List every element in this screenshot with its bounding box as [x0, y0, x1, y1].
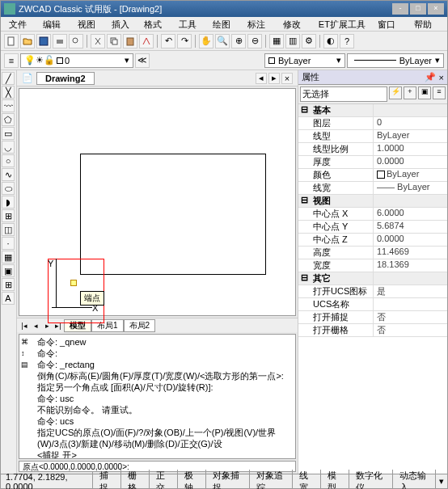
arc-icon[interactable]: ◡	[2, 141, 15, 154]
menu-item[interactable]: 格式(O)	[139, 17, 175, 31]
text-icon[interactable]: A	[2, 292, 15, 305]
menu-item[interactable]: ET扩展工具(X)	[314, 17, 373, 31]
match-icon[interactable]	[139, 34, 154, 48]
menu-item[interactable]: 文件(F)	[4, 17, 38, 31]
maximize-button[interactable]: □	[410, 3, 426, 15]
pline-icon[interactable]: 〰	[2, 99, 15, 112]
prop-value[interactable]: 11.4669	[373, 247, 447, 259]
line-icon[interactable]: ╱	[2, 72, 15, 85]
minimize-button[interactable]: -	[392, 3, 408, 15]
menu-item[interactable]: 修改(M)	[278, 17, 314, 31]
prop-value[interactable]: 1.0000	[373, 143, 447, 155]
insert-icon[interactable]: ⊞	[2, 209, 15, 222]
status-toggle[interactable]: 对象捕捉	[206, 470, 249, 490]
layer-mgr-icon[interactable]: ≡	[4, 53, 19, 68]
help-icon[interactable]: ?	[340, 34, 354, 48]
tab-first-icon[interactable]: |◂	[19, 322, 30, 330]
prop-value[interactable]: 5.6874	[373, 221, 447, 233]
doc-tab[interactable]: Drawing2	[36, 72, 95, 85]
tab-nav-right[interactable]: ▸	[268, 73, 280, 84]
zoom3-icon[interactable]: ⊖	[247, 34, 262, 48]
status-toggle[interactable]: 动态输入	[393, 470, 436, 490]
new-icon[interactable]	[4, 34, 19, 48]
open-icon[interactable]	[20, 34, 35, 48]
block-icon[interactable]: ◫	[2, 223, 15, 236]
prop-value[interactable]	[373, 298, 447, 310]
dc-icon[interactable]: ▥	[285, 34, 300, 48]
prop-value[interactable]: 是	[373, 285, 447, 297]
status-toggle[interactable]: 正交	[150, 470, 178, 490]
toggle-icon[interactable]: ≡	[433, 86, 446, 99]
redo-icon[interactable]: ↷	[177, 34, 192, 48]
drawing-canvas[interactable]: Y X 端点	[19, 88, 296, 316]
status-arrow-icon[interactable]: ▾	[436, 476, 447, 487]
zoom-icon[interactable]: 🔍	[215, 34, 230, 48]
undo-icon[interactable]: ↶	[161, 34, 175, 48]
misc1-icon[interactable]: ◐	[323, 34, 338, 48]
prop-value[interactable]: 0.0000	[373, 156, 447, 168]
color-combo[interactable]: ByLayer ▾	[264, 53, 345, 68]
menu-item[interactable]: 视图(V)	[73, 17, 108, 31]
status-toggle[interactable]: 对象追踪	[250, 470, 293, 490]
tab-layout2[interactable]: 布局2	[124, 319, 156, 332]
prop-value[interactable]: 18.1369	[373, 259, 447, 272]
rect-icon[interactable]: ▭	[2, 127, 15, 140]
menu-item[interactable]: 窗口(W)	[373, 17, 409, 31]
hatch-icon[interactable]: ▦	[2, 251, 15, 263]
circle-icon[interactable]: ○	[2, 154, 15, 167]
save-icon[interactable]	[36, 34, 51, 48]
tab-close-icon[interactable]: ×	[281, 73, 293, 84]
cut-icon[interactable]	[91, 34, 105, 48]
table-icon[interactable]: ⊞	[2, 278, 15, 291]
collapse-icon[interactable]: ⊟	[298, 272, 310, 285]
close-button[interactable]: ×	[428, 3, 444, 15]
linetype-combo[interactable]: ByLayer ▾	[347, 53, 444, 68]
selection-combo[interactable]: 无选择	[300, 86, 387, 102]
layer-prev-icon[interactable]: ≪	[135, 53, 150, 68]
status-toggle[interactable]: 数字化仪	[349, 470, 392, 490]
pin-icon[interactable]: 📌	[425, 72, 436, 82]
select-obj-icon[interactable]: ▣	[418, 86, 431, 99]
prop-value[interactable]: ByLayer	[373, 130, 447, 142]
tab-prev-icon[interactable]: ◂	[30, 322, 41, 330]
pickadd-icon[interactable]: +	[404, 86, 416, 99]
status-toggle[interactable]: 模型	[321, 470, 349, 490]
menu-item[interactable]: 绘图(D)	[208, 17, 243, 31]
command-window[interactable]: ⌘ ↕ ▤ 命令: _qnew命令:命令: _rectang倒角(C)/标高(E…	[19, 334, 296, 459]
panel-close-icon[interactable]: ×	[439, 73, 444, 82]
prop-value[interactable]: 否	[373, 311, 447, 323]
menu-item[interactable]: 标注(N)	[243, 17, 277, 31]
status-toggle[interactable]: 栅格	[121, 470, 150, 490]
prop-value[interactable]: 0.0000	[373, 234, 447, 246]
prop-value[interactable]: 0	[373, 117, 447, 129]
point-icon[interactable]: ·	[2, 237, 15, 250]
pan-icon[interactable]: ✋	[199, 34, 213, 48]
prop-value[interactable]: 否	[373, 324, 447, 336]
print-icon[interactable]	[53, 34, 67, 48]
status-toggle[interactable]: 极轴	[178, 470, 206, 490]
copy-icon[interactable]	[107, 34, 121, 48]
prop-value[interactable]: 6.0000	[373, 208, 447, 220]
collapse-icon[interactable]: ⊟	[298, 104, 310, 116]
prop-value[interactable]: —— ByLayer	[373, 182, 447, 194]
paste-icon[interactable]	[123, 34, 137, 48]
preview-icon[interactable]	[69, 34, 83, 48]
spline-icon[interactable]: ∿	[2, 168, 15, 181]
tool-icon[interactable]: ⚙	[302, 34, 316, 48]
xline-icon[interactable]: ╳	[2, 86, 15, 99]
layer-combo[interactable]: 💡 ☀ 🔓 0 ▾	[20, 53, 133, 68]
status-coords[interactable]: 1.7704, 2.1829, 0.0000	[1, 472, 93, 490]
zoom2-icon[interactable]: ⊕	[231, 34, 246, 48]
region-icon[interactable]: ▣	[2, 264, 15, 277]
props-icon[interactable]: ▦	[269, 34, 284, 48]
tab-nav-left[interactable]: ◂	[256, 73, 267, 84]
status-toggle[interactable]: 捕捉	[93, 470, 121, 490]
menu-item[interactable]: 工具(T)	[174, 17, 208, 31]
menu-item[interactable]: 编辑(E)	[38, 17, 73, 31]
ellarc-icon[interactable]: ◗	[2, 196, 15, 209]
prop-value[interactable]: ByLayer	[373, 169, 447, 181]
ellipse-icon[interactable]: ⬭	[2, 182, 15, 195]
status-toggle[interactable]: 线宽	[293, 470, 321, 490]
polygon-icon[interactable]: ⬠	[2, 113, 15, 126]
quickselect-icon[interactable]: ⚡	[389, 86, 402, 99]
